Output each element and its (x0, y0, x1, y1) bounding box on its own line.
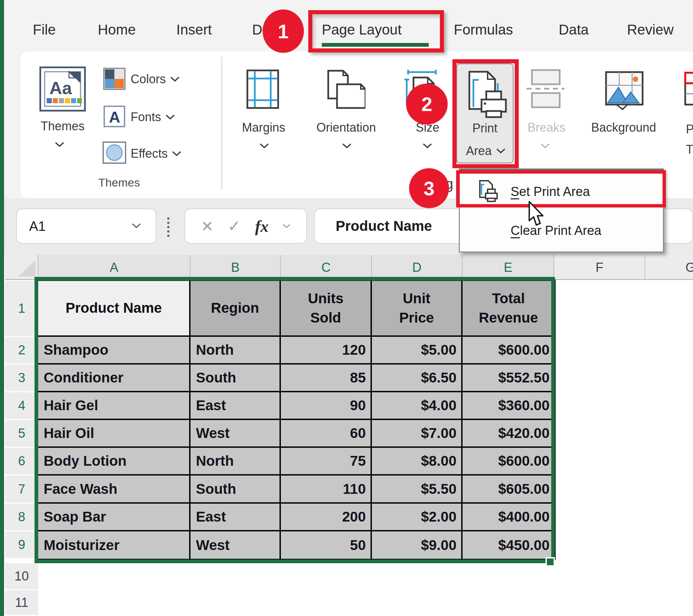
row-header-3[interactable]: 3 (5, 365, 38, 392)
cell-A5[interactable]: Hair Oil (38, 420, 191, 448)
cell-C2[interactable]: 120 (281, 337, 372, 365)
cell-B9[interactable]: West (191, 532, 281, 559)
menu-item-clear-print-area[interactable]: Clear Print Area (511, 224, 601, 238)
row-header-9[interactable]: 9 (5, 532, 38, 559)
cell-E8[interactable]: $400.00 (462, 504, 554, 532)
row-header-11[interactable]: 11 (5, 590, 38, 616)
cell-D5[interactable]: $7.00 (372, 420, 462, 448)
fill-handle[interactable] (546, 557, 555, 566)
tab-review[interactable]: Review (627, 18, 674, 42)
row-header-6[interactable]: 6 (5, 448, 38, 476)
column-header-E[interactable]: E (462, 255, 554, 280)
cell-B6[interactable]: North (191, 448, 281, 476)
cell-A4[interactable]: Hair Gel (38, 392, 191, 420)
cell-C6[interactable]: 75 (281, 448, 372, 476)
cell-C9[interactable]: 50 (281, 532, 372, 559)
column-header-G[interactable]: G (645, 255, 693, 280)
enter-icon[interactable]: ✓ (228, 217, 241, 235)
cancel-icon[interactable]: ✕ (201, 218, 214, 235)
row-header-4[interactable]: 4 (5, 392, 38, 420)
chevron-down-icon[interactable] (283, 224, 290, 229)
effects-menu-button[interactable]: Effects (131, 145, 181, 162)
cell-C8[interactable]: 200 (281, 504, 372, 532)
chevron-down-icon[interactable] (423, 143, 432, 148)
cell-D8[interactable]: $2.00 (372, 504, 462, 532)
fonts-menu-button[interactable]: Fonts (131, 108, 175, 126)
background-button[interactable] (605, 71, 644, 112)
chevron-down-icon (166, 115, 175, 119)
tab-insert[interactable]: Insert (176, 18, 212, 42)
cell-E2[interactable]: $600.00 (462, 337, 554, 365)
cell-B5[interactable]: West (191, 420, 281, 448)
tab-draw-occluded[interactable]: D (252, 18, 262, 42)
cell-E4[interactable]: $360.00 (462, 392, 554, 420)
row-header-8[interactable]: 8 (5, 504, 38, 532)
cell-C3[interactable]: 85 (281, 365, 372, 392)
cell-C4[interactable]: 90 (281, 392, 372, 420)
cell-D3[interactable]: $6.50 (372, 365, 462, 392)
tab-home[interactable]: Home (98, 18, 136, 42)
cell-E3[interactable]: $552.50 (462, 365, 554, 392)
cell-D7[interactable]: $5.50 (372, 476, 462, 504)
column-header-F[interactable]: F (554, 255, 645, 280)
fonts-button[interactable]: A (103, 105, 125, 129)
theme-colors-icon (103, 68, 125, 90)
chevron-down-icon[interactable] (260, 143, 269, 148)
effects-button[interactable] (102, 141, 126, 165)
row-header-7[interactable]: 7 (5, 476, 38, 504)
print-titles-button[interactable] (684, 72, 693, 107)
orientation-button[interactable] (325, 70, 365, 111)
cell-D6[interactable]: $8.00 (372, 448, 462, 476)
cell-C1[interactable]: Units Sold (281, 281, 372, 337)
cell-A3[interactable]: Conditioner (38, 365, 191, 392)
cell-B3[interactable]: South (191, 365, 281, 392)
colors-menu-button[interactable]: Colors (131, 71, 179, 88)
cell-E6[interactable]: $600.00 (462, 448, 554, 476)
cell-A1[interactable]: Product Name (38, 281, 191, 337)
column-header-B[interactable]: B (191, 255, 281, 280)
cell-D4[interactable]: $4.00 (372, 392, 462, 420)
cell-D1[interactable]: Unit Price (372, 281, 462, 337)
column-header-C[interactable]: C (281, 255, 372, 280)
tab-data[interactable]: Data (559, 18, 589, 42)
formula-bar-resize-dots[interactable] (167, 217, 170, 237)
chevron-down-icon[interactable] (342, 143, 351, 148)
margins-button[interactable] (246, 70, 279, 110)
row-header-5[interactable]: 5 (5, 420, 38, 448)
cell-B1[interactable]: Region (191, 281, 281, 337)
chevron-down-icon (541, 143, 550, 148)
cell-B4[interactable]: East (191, 392, 281, 420)
row-header-10[interactable]: 10 (5, 563, 38, 590)
cell-A6[interactable]: Body Lotion (38, 448, 191, 476)
cell-B8[interactable]: East (191, 504, 281, 532)
themes-icon: Aa (39, 66, 86, 112)
effects-label: Effects (131, 147, 167, 161)
cell-A8[interactable]: Soap Bar (38, 504, 191, 532)
name-box[interactable]: A1 (16, 209, 156, 244)
themes-button[interactable]: Aa (39, 66, 86, 113)
colors-button[interactable] (103, 68, 125, 91)
cell-E9[interactable]: $450.00 (462, 532, 554, 559)
cell-C5[interactable]: 60 (281, 420, 372, 448)
tab-file[interactable]: File (33, 18, 56, 42)
cell-D9[interactable]: $9.00 (372, 532, 462, 559)
column-header-D[interactable]: D (372, 255, 462, 280)
cell-C7[interactable]: 110 (281, 476, 372, 504)
insert-function-icon[interactable]: fx (255, 217, 269, 235)
row-header-1[interactable]: 1 (5, 281, 38, 337)
cell-A7[interactable]: Face Wash (38, 476, 191, 504)
tab-formulas[interactable]: Formulas (454, 18, 513, 42)
row-header-2[interactable]: 2 (5, 337, 38, 365)
cell-A9[interactable]: Moisturizer (38, 532, 191, 559)
column-header-A[interactable]: A (38, 255, 191, 280)
cell-D2[interactable]: $5.00 (372, 337, 462, 365)
chevron-down-icon[interactable] (55, 142, 64, 147)
cell-A2[interactable]: Shampoo (38, 337, 191, 365)
cell-E5[interactable]: $420.00 (462, 420, 554, 448)
chevron-down-icon[interactable] (131, 224, 142, 228)
select-all-corner[interactable] (5, 255, 38, 280)
cell-E1[interactable]: Total Revenue (462, 281, 554, 337)
cell-E7[interactable]: $605.00 (462, 476, 554, 504)
cell-B2[interactable]: North (191, 337, 281, 365)
cell-B7[interactable]: South (191, 476, 281, 504)
